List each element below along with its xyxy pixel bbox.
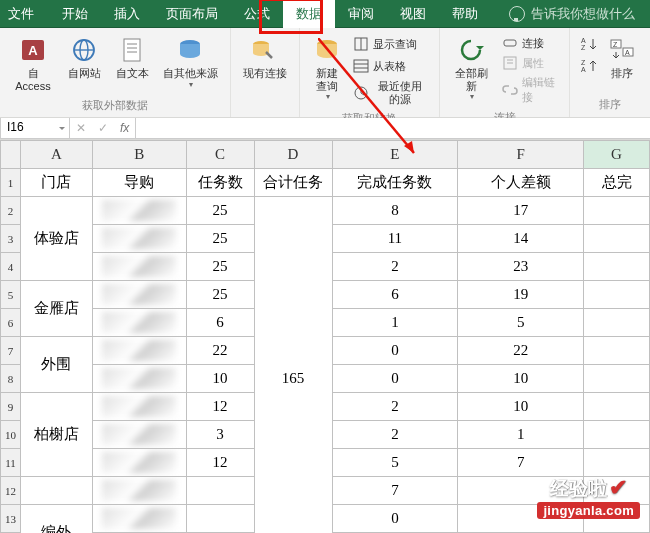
name-box[interactable]: I16 (0, 118, 70, 139)
from-table-button[interactable]: 从表格 (349, 56, 431, 76)
cell[interactable] (92, 477, 186, 505)
cell[interactable]: 6 (186, 309, 254, 337)
cell[interactable]: 1 (458, 421, 584, 449)
cell[interactable]: 19 (458, 281, 584, 309)
cell[interactable] (584, 281, 650, 309)
tab-file[interactable]: 文件 (0, 0, 49, 28)
cell[interactable] (92, 309, 186, 337)
connections-button[interactable]: 连接 (498, 34, 561, 52)
fx-cancel-icon[interactable]: ✕ (70, 121, 92, 135)
cell[interactable]: 0 (332, 365, 458, 393)
tab-layout[interactable]: 页面布局 (153, 0, 231, 28)
col-header-C[interactable]: C (186, 141, 254, 169)
cell[interactable]: 17 (458, 197, 584, 225)
recent-sources-button[interactable]: 最近使用的源 (349, 78, 431, 107)
cell[interactable] (92, 393, 186, 421)
row-header[interactable]: 12 (1, 477, 21, 505)
cell[interactable]: 7 (332, 477, 458, 505)
row-header[interactable]: 7 (1, 337, 21, 365)
row-header[interactable]: 13 (1, 505, 21, 533)
cell[interactable]: 3 (186, 421, 254, 449)
cell[interactable]: 11 (332, 225, 458, 253)
fx-icon[interactable]: fx (114, 121, 135, 135)
cell[interactable]: 5 (458, 309, 584, 337)
cell[interactable]: 8 (332, 197, 458, 225)
cell[interactable] (186, 477, 254, 505)
cell[interactable]: 25 (186, 197, 254, 225)
cell[interactable]: 165 (254, 197, 332, 534)
cell[interactable]: 个人差额 (458, 169, 584, 197)
cell[interactable] (584, 225, 650, 253)
sort-asc-button[interactable]: AZ (578, 34, 598, 54)
from-other-button[interactable]: 自其他来源▾ (158, 34, 222, 91)
cell[interactable]: 2 (332, 393, 458, 421)
sort-button[interactable]: ZA 排序 (602, 34, 642, 82)
cell[interactable]: 10 (186, 365, 254, 393)
cell[interactable]: 25 (186, 225, 254, 253)
cell[interactable]: 6 (332, 281, 458, 309)
cell[interactable]: 外围 (20, 337, 92, 393)
cell[interactable]: 5 (332, 449, 458, 477)
row-header[interactable]: 1 (1, 169, 21, 197)
cell[interactable] (20, 477, 92, 505)
row-header[interactable]: 3 (1, 225, 21, 253)
cell[interactable] (92, 253, 186, 281)
tab-review[interactable]: 审阅 (335, 0, 387, 28)
cell[interactable]: 1 (332, 309, 458, 337)
cell[interactable]: 10 (458, 365, 584, 393)
tab-data[interactable]: 数据 (283, 0, 335, 28)
cell[interactable]: 门店 (20, 169, 92, 197)
cell[interactable] (92, 505, 186, 533)
tab-help[interactable]: 帮助 (439, 0, 491, 28)
from-text-button[interactable]: 自文本 (110, 34, 154, 82)
refresh-all-button[interactable]: 全部刷新▾ (448, 34, 494, 103)
cell[interactable] (186, 505, 254, 533)
row-header[interactable]: 8 (1, 365, 21, 393)
formula-input[interactable] (136, 118, 650, 139)
cell[interactable]: 2 (332, 421, 458, 449)
cell[interactable]: 14 (458, 225, 584, 253)
col-header-D[interactable]: D (254, 141, 332, 169)
cell[interactable]: 12 (186, 393, 254, 421)
cell[interactable]: 25 (186, 281, 254, 309)
row-header[interactable]: 4 (1, 253, 21, 281)
show-queries-button[interactable]: 显示查询 (349, 34, 431, 54)
cell[interactable] (92, 421, 186, 449)
cell[interactable] (92, 225, 186, 253)
cell[interactable] (584, 253, 650, 281)
row-header[interactable]: 6 (1, 309, 21, 337)
tell-me[interactable]: 告诉我你想做什么 (496, 0, 648, 28)
cell[interactable] (92, 449, 186, 477)
cell[interactable]: 柏榭店 (20, 393, 92, 477)
col-header-A[interactable]: A (20, 141, 92, 169)
cell[interactable]: 体验店 (20, 197, 92, 281)
select-all-corner[interactable] (1, 141, 21, 169)
cell[interactable]: 25 (186, 253, 254, 281)
col-header-G[interactable]: G (584, 141, 650, 169)
sort-desc-button[interactable]: ZA (578, 56, 598, 76)
col-header-F[interactable]: F (458, 141, 584, 169)
edit-links-button[interactable]: 编辑链接 (498, 74, 561, 106)
row-header[interactable]: 10 (1, 421, 21, 449)
tab-formulas[interactable]: 公式 (231, 0, 283, 28)
cell[interactable]: 完成任务数 (332, 169, 458, 197)
fx-confirm-icon[interactable]: ✓ (92, 121, 114, 135)
cell[interactable] (584, 365, 650, 393)
cell[interactable]: 12 (186, 449, 254, 477)
cell[interactable] (92, 197, 186, 225)
new-query-button[interactable]: 新建 查询▾ (308, 34, 345, 103)
col-header-B[interactable]: B (92, 141, 186, 169)
cell[interactable] (584, 393, 650, 421)
from-web-button[interactable]: 自网站 (62, 34, 106, 82)
cell[interactable]: 7 (458, 449, 584, 477)
cell[interactable]: 任务数 (186, 169, 254, 197)
row-header[interactable]: 9 (1, 393, 21, 421)
tab-insert[interactable]: 插入 (101, 0, 153, 28)
row-header[interactable]: 2 (1, 197, 21, 225)
properties-button[interactable]: 属性 (498, 54, 561, 72)
row-header[interactable]: 11 (1, 449, 21, 477)
from-access-button[interactable]: A 自 Access (8, 34, 58, 94)
cell[interactable]: 22 (186, 337, 254, 365)
cell[interactable] (584, 449, 650, 477)
row-header[interactable]: 5 (1, 281, 21, 309)
